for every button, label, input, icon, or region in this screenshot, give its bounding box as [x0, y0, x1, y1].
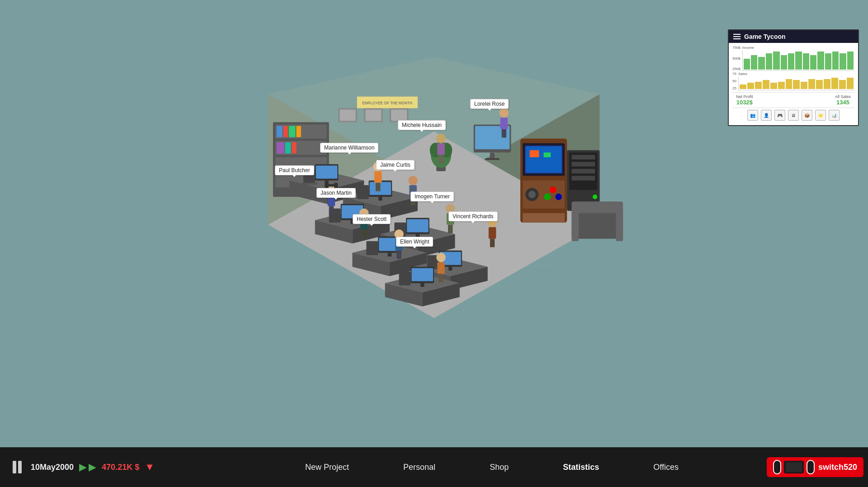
- hud-stats: Net Profit 1032$ All Sales 1345: [732, 92, 854, 108]
- switch-joy-right: [807, 460, 815, 474]
- svg-rect-20: [289, 126, 295, 137]
- svg-rect-117: [500, 117, 508, 129]
- svg-point-139: [359, 208, 369, 218]
- svg-rect-131: [325, 183, 328, 188]
- svg-rect-72: [303, 169, 315, 183]
- svg-rect-125: [374, 171, 382, 183]
- svg-rect-56: [572, 155, 595, 159]
- svg-rect-79: [378, 197, 382, 200]
- svg-rect-21: [296, 126, 301, 137]
- income-y1: 250$: [732, 67, 741, 71]
- svg-rect-114: [420, 283, 424, 286]
- svg-point-124: [373, 162, 383, 171]
- svg-rect-80: [357, 185, 369, 199]
- svg-rect-64: [572, 208, 579, 241]
- svg-point-151: [488, 218, 497, 227]
- svg-rect-58: [572, 169, 595, 173]
- svg-rect-53: [523, 213, 565, 222]
- svg-rect-123: [441, 155, 443, 163]
- svg-rect-149: [396, 250, 399, 259]
- svg-rect-156: [437, 262, 445, 274]
- svg-rect-93: [416, 234, 420, 238]
- svg-rect-132: [334, 183, 338, 188]
- nav-new-project[interactable]: New Project: [278, 447, 376, 487]
- net-profit-block: Net Profit 1032$: [736, 94, 753, 106]
- nav-personal[interactable]: Personal: [376, 447, 462, 487]
- hud-panel: Game Tycoon 750$ 500$ 250$ Income: [728, 29, 859, 126]
- svg-rect-101: [366, 241, 378, 255]
- svg-point-143: [446, 204, 455, 213]
- svg-point-52: [544, 193, 551, 200]
- svg-rect-141: [362, 229, 364, 238]
- income-y3: 750$: [732, 46, 741, 50]
- svg-rect-137: [410, 197, 413, 205]
- svg-rect-142: [364, 229, 366, 238]
- office-scene: EMPLOYEE OF THE MONTH: [208, 57, 660, 346]
- hud-box-icon[interactable]: 📦: [802, 110, 812, 121]
- income-y2: 500$: [732, 56, 741, 61]
- svg-rect-115: [399, 271, 411, 285]
- svg-rect-138: [413, 197, 415, 205]
- game-area: EMPLOYEE OF THE MONTH: [0, 0, 868, 447]
- svg-rect-133: [329, 206, 331, 215]
- pause-button[interactable]: [9, 459, 25, 475]
- svg-rect-23: [285, 142, 291, 153]
- svg-rect-18: [277, 126, 282, 137]
- svg-rect-127: [378, 183, 380, 191]
- svg-rect-107: [448, 267, 452, 270]
- svg-point-60: [593, 194, 597, 199]
- sales-y1: 25: [732, 86, 736, 90]
- svg-rect-153: [490, 239, 492, 247]
- menu-icon[interactable]: [733, 34, 741, 39]
- svg-point-50: [550, 186, 556, 192]
- svg-rect-148: [395, 239, 403, 250]
- pause-icon: [13, 461, 22, 473]
- svg-point-116: [500, 108, 509, 117]
- svg-rect-19: [283, 126, 288, 137]
- hud-star-icon[interactable]: ⭐: [815, 110, 826, 121]
- svg-rect-28: [365, 109, 381, 121]
- svg-rect-62: [572, 211, 623, 239]
- money-trend-icon: ▼: [145, 461, 155, 473]
- nav-offices[interactable]: Offices: [626, 447, 706, 487]
- money-display: 470.21K $: [102, 463, 139, 472]
- svg-rect-129: [328, 194, 335, 206]
- hud-desktop-icon[interactable]: 🖥: [788, 110, 799, 121]
- game-date: 10May2000: [31, 463, 74, 472]
- hud-people-icon[interactable]: 👥: [747, 110, 758, 121]
- svg-rect-158: [441, 274, 443, 282]
- svg-point-51: [555, 193, 561, 200]
- svg-rect-46: [544, 152, 551, 157]
- nav-shop[interactable]: Shop: [462, 447, 536, 487]
- hud-chart-icon[interactable]: 📊: [829, 110, 840, 121]
- taskbar-nav: New Project Personal Shop Statistics Off…: [217, 447, 767, 487]
- speed-btn-1[interactable]: ▶: [79, 461, 87, 473]
- hud-chart: 750$ 500$ 250$ Income: [729, 43, 858, 125]
- taskbar-right: switch520: [767, 457, 868, 477]
- nav-statistics[interactable]: Statistics: [536, 447, 626, 487]
- svg-rect-26: [340, 109, 355, 121]
- taskbar: 10May2000 ▶ ▶ 470.21K $ ▼ New Project Pe…: [0, 447, 868, 487]
- hud-person-icon[interactable]: 👤: [761, 110, 772, 121]
- svg-point-49: [528, 191, 536, 198]
- switch-logo: [773, 460, 815, 474]
- hud-title: Game Tycoon: [744, 33, 786, 40]
- svg-rect-22: [277, 142, 284, 153]
- speed-btn-2[interactable]: ▶: [89, 461, 96, 473]
- hud-gamepad-icon[interactable]: 🎮: [774, 110, 785, 121]
- svg-rect-57: [572, 162, 595, 166]
- speed-buttons: ▶ ▶: [79, 461, 96, 473]
- svg-rect-144: [447, 213, 454, 225]
- svg-rect-118: [502, 129, 504, 138]
- svg-rect-24: [292, 142, 296, 153]
- switch-badge: switch520: [767, 457, 863, 477]
- svg-rect-73: [301, 183, 317, 184]
- taskbar-left: 10May2000 ▶ ▶ 470.21K $ ▼: [0, 459, 217, 475]
- all-sales-label: All Sales: [835, 94, 851, 99]
- svg-rect-45: [530, 150, 539, 157]
- svg-rect-39: [490, 152, 495, 158]
- net-profit-value: 1032$: [736, 99, 753, 106]
- svg-rect-100: [388, 253, 392, 256]
- switch-label: switch520: [818, 463, 857, 472]
- svg-rect-145: [448, 225, 450, 233]
